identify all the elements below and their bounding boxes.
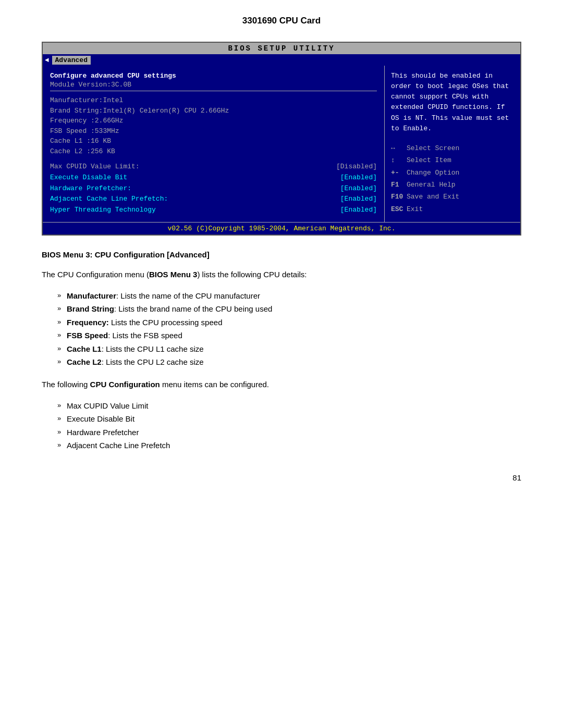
bios-setting-row-4: Hyper Threading Technology[Enabled] xyxy=(50,205,377,216)
config-item-1: Execute Disable Bit xyxy=(57,412,521,426)
bios-nav-desc-5: Exit xyxy=(407,203,423,215)
bios-right-nav: ↔Select Screen↕Select Item+-Change Optio… xyxy=(391,142,514,215)
bios-setting-value-0: [Disabled] xyxy=(336,162,377,172)
config-item-3: Adjacent Cache Line Prefetch xyxy=(57,439,521,452)
bios-info-line-0: Manufacturer:Intel xyxy=(50,95,377,106)
section-heading: BIOS Menu 3: CPU Configuration [Advanced… xyxy=(42,250,521,259)
details-item-3: FSB Speed: Lists the FSB speed xyxy=(57,329,521,342)
bios-nav-key-2: +- xyxy=(391,167,407,179)
bios-setting-value-4: [Enabled] xyxy=(340,205,377,216)
bios-setting-value-2: [Enabled] xyxy=(340,183,377,194)
bios-setting-value-3: [Enabled] xyxy=(340,194,377,205)
bios-nav-advanced: Advanced xyxy=(52,56,91,65)
bios-setting-row-3: Adjacent Cache Line Prefetch:[Enabled] xyxy=(50,194,377,205)
bios-footer: v02.56 (C)Copyright 1985-2004, American … xyxy=(43,222,520,235)
bios-title-bar: BIOS SETUP UTILITY xyxy=(43,43,520,54)
bios-nav-row-1: ↕Select Item xyxy=(391,154,514,166)
doc-section: BIOS Menu 3: CPU Configuration [Advanced… xyxy=(42,250,521,452)
bios-setting-name-4: Hyper Threading Technology xyxy=(50,205,340,216)
bios-nav-key-0: ↔ xyxy=(391,142,407,154)
bios-nav-row-4: F10Save and Exit xyxy=(391,191,514,203)
details-item-5: Cache L2: Lists the CPU L2 cache size xyxy=(57,355,521,369)
bios-setting-name-2: Hardware Prefetcher: xyxy=(50,183,340,194)
bios-setting-name-0: Max CPUID Value Limit: xyxy=(50,162,336,172)
bios-left-panel: Configure advanced CPU settings Module V… xyxy=(43,66,385,222)
bios-nav-row-0: ↔Select Screen xyxy=(391,142,514,154)
bios-setting-name-1: Execute Disable Bit xyxy=(50,172,340,183)
page-number: 81 xyxy=(42,473,521,482)
details-list: Manufacturer: Lists the name of the CPU … xyxy=(57,289,521,369)
bios-setting-name-3: Adjacent Cache Line Prefetch: xyxy=(50,194,340,205)
bios-nav-key-3: F1 xyxy=(391,179,407,191)
config-item-0: Max CUPID Value Limit xyxy=(57,399,521,413)
bios-info-line-3: FSB Speed :533MHz xyxy=(50,126,377,137)
bios-nav-desc-3: General Help xyxy=(407,179,456,191)
bios-section-title: Configure advanced CPU settings xyxy=(50,72,377,80)
bios-nav-key-5: ESC xyxy=(391,203,407,215)
bios-main-content: Configure advanced CPU settings Module V… xyxy=(43,66,520,222)
bios-screen: BIOS SETUP UTILITY ◄ Advanced Configure … xyxy=(42,42,521,236)
bios-info-line-2: Frequency :2.66GHz xyxy=(50,116,377,126)
bios-setting-row-0: Max CPUID Value Limit:[Disabled] xyxy=(50,162,377,172)
bios-nav-key-4: F10 xyxy=(391,191,407,203)
bios-nav-row-5: ESCExit xyxy=(391,203,514,215)
bios-nav-desc-0: Select Screen xyxy=(407,142,459,154)
bios-subtitle: Module Version:3C.0B xyxy=(50,81,377,91)
page-title: 3301690 CPU Card xyxy=(42,16,521,26)
details-item-4: Cache L1: Lists the CPU L1 cache size xyxy=(57,342,521,356)
bios-setting-row-2: Hardware Prefetcher:[Enabled] xyxy=(50,183,377,194)
bios-cpu-info: Manufacturer:Intel Brand String:Intel(R)… xyxy=(50,95,377,156)
bios-nav-bar: ◄ Advanced xyxy=(43,54,520,66)
details-item-2: Frequency: Lists the CPU processing spee… xyxy=(57,316,521,329)
bios-nav-row-3: F1General Help xyxy=(391,179,514,191)
bios-setting-row-1: Execute Disable Bit[Enabled] xyxy=(50,172,377,183)
bios-nav-key-1: ↕ xyxy=(391,154,407,166)
config-item-2: Hardware Prefetcher xyxy=(57,426,521,439)
details-item-0: Manufacturer: Lists the name of the CPU … xyxy=(57,289,521,303)
bios-settings: Max CPUID Value Limit:[Disabled]Execute … xyxy=(50,162,377,216)
bios-setting-value-1: [Enabled] xyxy=(340,172,377,183)
section-intro: The CPU Configuration menu (BIOS Menu 3)… xyxy=(42,268,521,281)
bios-nav-row-2: +-Change Option xyxy=(391,167,514,179)
config-list: Max CUPID Value LimitExecute Disable Bit… xyxy=(57,399,521,452)
bios-nav-desc-2: Change Option xyxy=(407,167,459,179)
bios-nav-arrow: ◄ xyxy=(45,56,49,64)
bios-info-line-5: Cache L2 :256 KB xyxy=(50,146,377,157)
bios-right-panel: This should be enabled in order to boot … xyxy=(385,66,520,222)
details-item-1: Brand String: Lists the brand name of th… xyxy=(57,302,521,316)
config-intro: The following CPU Configuration menu ite… xyxy=(42,378,521,391)
bios-nav-desc-1: Select Item xyxy=(407,154,451,166)
bios-nav-desc-4: Save and Exit xyxy=(407,191,459,203)
bios-help-text: This should be enabled in order to boot … xyxy=(391,71,514,134)
bios-info-line-1: Brand String:Intel(R) Celeron(R) CPU 2.6… xyxy=(50,106,377,116)
bios-info-line-4: Cache L1 :16 KB xyxy=(50,136,377,146)
